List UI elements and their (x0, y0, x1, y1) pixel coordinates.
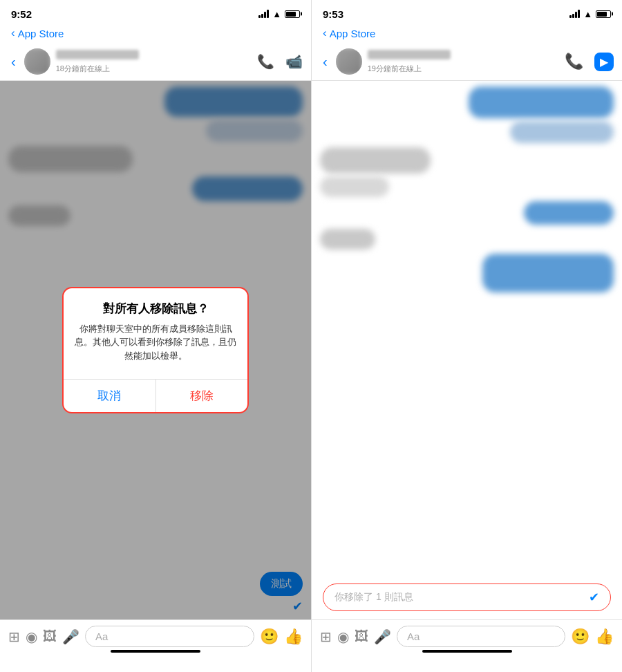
avatar-right (336, 48, 362, 75)
toolbar-row-right: ⊞ ◉ 🖼 🎤 Aa 🙂 👍 (320, 626, 614, 647)
removed-message-bar: 你移除了 1 則訊息 ✔ (323, 584, 611, 611)
blur-r-1 (469, 86, 614, 118)
mic-icon-left[interactable]: 🎤 (62, 628, 79, 645)
phone-button-left[interactable]: 📞 (257, 53, 274, 70)
header-info-left: 18分鐘前在線上 (56, 50, 252, 74)
online-status-left: 18分鐘前在線上 (56, 64, 110, 73)
message-input-left[interactable]: Aa (85, 626, 254, 647)
status-bar-right: 9:53 ▲ (312, 0, 622, 25)
blur-r-7 (482, 254, 614, 292)
signal-icon-right (569, 10, 580, 18)
wifi-icon-right: ▲ (583, 9, 592, 19)
back-arrow-left[interactable]: ‹ (11, 26, 15, 40)
battery-icon-right (596, 10, 611, 18)
dialog-content: 對所有人移除訊息？ 你將對聊天室中的所有成員移除這則訊息。其他人可以看到你移除了… (64, 288, 247, 371)
blur-r-3 (320, 147, 431, 174)
sent-group-r2 (320, 201, 614, 225)
blur-r-5 (524, 201, 614, 225)
dialog-box: 對所有人移除訊息？ 你將對聊天室中的所有成員移除這則訊息。其他人可以看到你移除了… (62, 287, 249, 414)
time-right: 9:53 (323, 8, 343, 20)
header-actions-left: 📞 📹 (257, 53, 303, 70)
grid-icon-right[interactable]: ⊞ (320, 628, 332, 645)
received-group-r2 (320, 229, 614, 250)
dialog-overlay: 對所有人移除訊息？ 你將對聊天室中的所有成員移除這則訊息。其他人可以看到你移除了… (0, 81, 311, 619)
input-placeholder-right: Aa (407, 631, 420, 642)
appstore-label-left[interactable]: App Store (18, 28, 64, 39)
avatar-left (24, 48, 50, 75)
chat-header-right: ‹ 19分鐘前在線上 📞 ▶ (312, 44, 622, 81)
toolbar-row-left: ⊞ ◉ 🖼 🎤 Aa 🙂 👍 (8, 626, 303, 647)
contact-name-left (56, 50, 139, 59)
received-group-r1 (320, 147, 614, 197)
header-actions-right: 📞 ▶ (565, 53, 614, 71)
home-indicator-right (422, 650, 512, 653)
removed-message-text: 你移除了 1 則訊息 (334, 591, 413, 604)
messages-area-right: 你移除了 1 則訊息 ✔ (312, 81, 622, 619)
time-left: 9:52 (11, 8, 32, 20)
dialog-buttons: 取消 移除 (64, 380, 247, 412)
battery-icon (285, 10, 300, 18)
back-button-right[interactable]: ‹ (320, 54, 330, 70)
camera-icon-right[interactable]: ◉ (337, 628, 349, 645)
status-bar-left: 9:52 ▲ (0, 0, 311, 25)
image-icon-right[interactable]: 🖼 (355, 628, 368, 644)
right-phone-panel: 9:53 ▲ ‹ App Store ‹ 19分鐘前在線上 📞 ▶ (311, 0, 622, 672)
emoji-button-right[interactable]: 🙂 (571, 628, 590, 646)
sent-group-r3 (320, 254, 614, 292)
wifi-icon: ▲ (272, 9, 281, 19)
back-arrow-right[interactable]: ‹ (323, 26, 327, 40)
message-input-right[interactable]: Aa (397, 626, 565, 647)
chat-header-left: ‹ 18分鐘前在線上 📞 📹 (0, 44, 311, 81)
camera-icon-left[interactable]: ◉ (26, 628, 37, 645)
signal-icon (258, 10, 269, 18)
bottom-toolbar-right: ⊞ ◉ 🖼 🎤 Aa 🙂 👍 (312, 619, 622, 672)
online-status-right: 19分鐘前在線上 (368, 64, 422, 73)
blur-r-4 (320, 176, 389, 197)
back-button-left[interactable]: ‹ (8, 54, 19, 70)
dialog-message: 你將對聊天室中的所有成員移除這則訊息。其他人可以看到你移除了訊息，且仍然能加以檢… (75, 322, 236, 363)
removed-check-icon: ✔ (589, 590, 599, 605)
home-indicator-left (111, 650, 200, 653)
video-button-right[interactable]: ▶ (594, 53, 614, 71)
contact-name-right (368, 50, 451, 59)
messages-area-left: 測試 ✔ 對所有人移除訊息？ 你將對聊天室中的所有成員移除這則訊息。其他人可以看… (0, 81, 311, 619)
input-placeholder-left: Aa (95, 631, 108, 642)
phone-button-right[interactable]: 📞 (565, 53, 583, 71)
blur-r-6 (320, 229, 375, 250)
grid-icon-left[interactable]: ⊞ (8, 628, 20, 645)
sent-group-r1 (320, 86, 614, 143)
appstore-bar-right[interactable]: ‹ App Store (312, 25, 622, 44)
header-info-right: 19分鐘前在線上 (368, 50, 559, 74)
appstore-label-right[interactable]: App Store (330, 28, 376, 39)
mic-icon-right[interactable]: 🎤 (374, 628, 391, 645)
status-icons-left: ▲ (258, 9, 300, 19)
appstore-bar-left[interactable]: ‹ App Store (0, 25, 311, 44)
blur-r-2 (510, 121, 614, 143)
video-button-left[interactable]: 📹 (285, 53, 303, 70)
emoji-button-left[interactable]: 🙂 (260, 628, 279, 646)
remove-button[interactable]: 移除 (156, 380, 248, 412)
thumb-button-left[interactable]: 👍 (284, 628, 303, 646)
thumb-button-right[interactable]: 👍 (595, 628, 614, 646)
dialog-title: 對所有人移除訊息？ (75, 301, 236, 317)
bottom-toolbar-left: ⊞ ◉ 🖼 🎤 Aa 🙂 👍 (0, 619, 311, 672)
left-phone-panel: 9:52 ▲ ‹ App Store ‹ 18分鐘前在線上 📞 📹 (0, 0, 311, 672)
status-icons-right: ▲ (569, 9, 611, 19)
image-icon-left[interactable]: 🖼 (43, 628, 57, 644)
cancel-button[interactable]: 取消 (64, 380, 156, 412)
